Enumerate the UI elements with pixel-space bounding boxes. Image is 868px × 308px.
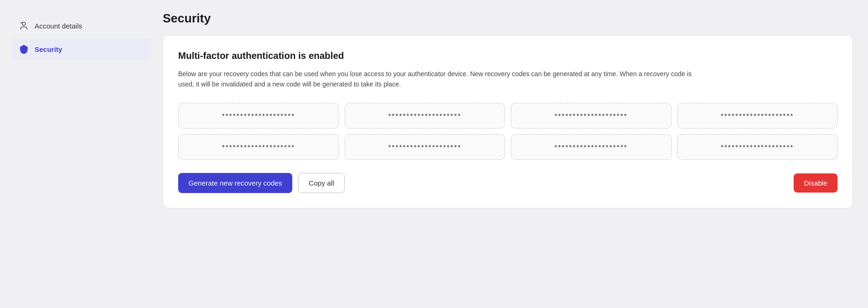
copy-all-button[interactable]: Copy all: [298, 173, 345, 193]
svg-point-0: [22, 22, 26, 26]
recovery-code-8: ********************: [677, 134, 838, 160]
sidebar: Account details Security: [11, 11, 152, 208]
actions-left: Generate new recovery codes Copy all: [178, 173, 345, 193]
card-title: Multi-factor authentication is enabled: [178, 50, 838, 61]
disable-button[interactable]: Disable: [794, 173, 838, 193]
recovery-code-1: ********************: [178, 103, 339, 129]
sidebar-item-label: Account details: [35, 22, 82, 30]
recovery-codes-grid: ******************** *******************…: [178, 103, 838, 160]
recovery-code-2: ********************: [345, 103, 506, 129]
main-content: Security Multi-factor authentication is …: [163, 11, 853, 208]
recovery-code-6: ********************: [345, 134, 506, 160]
actions-row: Generate new recovery codes Copy all Dis…: [178, 173, 838, 193]
recovery-code-7: ********************: [511, 134, 672, 160]
page-title: Security: [163, 11, 853, 26]
shield-icon: [19, 44, 29, 54]
sidebar-item-label: Security: [35, 45, 62, 53]
recovery-code-4: ********************: [677, 103, 838, 129]
recovery-code-5: ********************: [178, 134, 339, 160]
generate-recovery-codes-button[interactable]: Generate new recovery codes: [178, 173, 292, 193]
recovery-code-3: ********************: [511, 103, 672, 129]
account-icon: [19, 21, 29, 31]
sidebar-item-account-details[interactable]: Account details: [11, 15, 152, 36]
sidebar-item-security[interactable]: Security: [11, 38, 152, 60]
app-layout: Account details Security Security Multi-…: [11, 11, 853, 208]
card-description: Below are your recovery codes that can b…: [178, 69, 693, 90]
security-card: Multi-factor authentication is enabled B…: [163, 35, 853, 208]
